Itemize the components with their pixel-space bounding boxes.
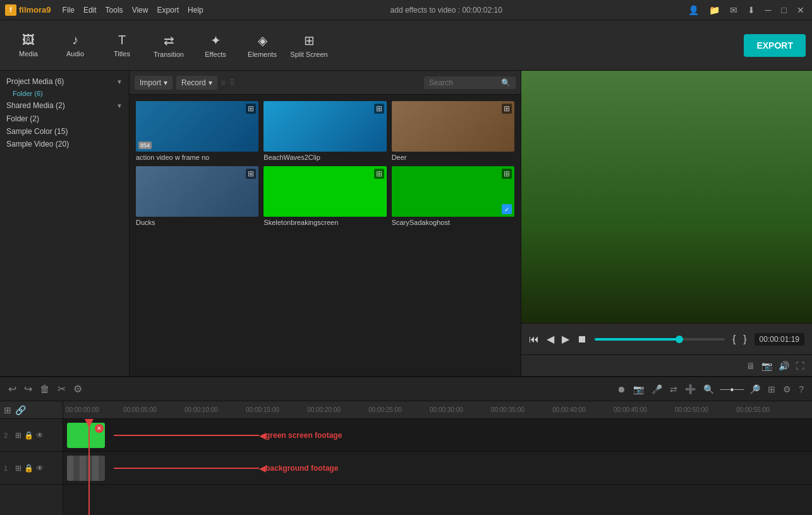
camera-icon[interactable]: 📷 <box>761 361 772 371</box>
track-eye-icon-1[interactable]: 👁 <box>36 464 44 473</box>
mail-icon[interactable]: ✉ <box>727 4 740 16</box>
delete-button[interactable]: 🗑 <box>38 382 52 397</box>
track-grid-icon-1: ⊞ <box>15 464 21 473</box>
green-screen-label: green screen footage <box>265 431 342 440</box>
fullscreen-icon[interactable]: ⛶ <box>796 361 804 371</box>
ruler-20: 00:00:20:00 <box>307 406 341 413</box>
transition-tl-icon[interactable]: ⇄ <box>668 382 679 396</box>
toolbar-media[interactable]: 🖼 Media <box>6 23 51 68</box>
titlebar-controls: 👤 📁 ✉ ⬇ ─ □ ✕ <box>686 4 807 16</box>
voice-icon[interactable]: 🎤 <box>650 382 664 396</box>
add-track-icon[interactable]: ⊞ <box>766 382 777 396</box>
folder-icon[interactable]: 📁 <box>706 4 722 16</box>
track-num-1: 1 <box>4 464 13 472</box>
settings-icon[interactable]: ⚙ <box>781 382 793 396</box>
sidebar-item-project-media[interactable]: Project Media (6) ▼ <box>0 75 129 88</box>
search-input[interactable] <box>429 78 499 87</box>
toolbar-titles-label: Titles <box>114 50 130 58</box>
grid-toggle-icon-deer: ⊞ <box>502 104 512 114</box>
toolbar-elements[interactable]: ◈ Elements <box>240 23 284 68</box>
import-button[interactable]: Import ▾ <box>135 76 173 90</box>
snap-icon[interactable]: ⊞ <box>4 405 11 415</box>
background-clip[interactable] <box>67 456 105 481</box>
toolbar-titles[interactable]: T Titles <box>100 23 144 68</box>
green-screen-clip[interactable]: ✕ <box>67 423 105 448</box>
grid-icon[interactable]: ⠿ <box>229 78 235 87</box>
link-icon[interactable]: 🔗 <box>15 405 26 415</box>
screen-icon[interactable]: 🖥 <box>746 361 755 371</box>
download-icon[interactable]: ⬇ <box>745 4 758 16</box>
menu-export[interactable]: Export <box>153 4 183 16</box>
record-icon[interactable]: ⏺ <box>615 382 627 396</box>
menu-file[interactable]: File <box>59 4 78 16</box>
track-lock-icon-1[interactable]: 🔒 <box>24 464 33 473</box>
progress-thumb[interactable] <box>676 336 683 343</box>
ruler-15: 00:00:15:00 <box>246 406 279 413</box>
sidebar-item-shared-media[interactable]: Shared Media (2) ▼ <box>0 99 129 112</box>
media-thumb-deer-img: ⊞ <box>392 101 514 152</box>
help-tl-icon[interactable]: ? <box>797 382 806 396</box>
zoom-out-icon[interactable]: 🔍 <box>701 382 716 396</box>
minimize-btn[interactable]: ─ <box>763 4 774 16</box>
app-logo: f filmora9 <box>5 4 51 16</box>
menu-view[interactable]: View <box>128 4 152 16</box>
ruler-55: 00:00:55:00 <box>736 406 770 413</box>
ruler-10: 00:00:10:00 <box>185 406 218 413</box>
media-thumb-ducks-img: ⊞ <box>136 166 258 217</box>
ruler-35: 00:00:35:00 <box>491 406 524 413</box>
step-back-button[interactable]: ◀ <box>547 333 554 345</box>
media-thumb-scary-label: ScarySadakoghost <box>392 219 514 226</box>
media-thumb-scary[interactable]: ⊞ ✓ ScarySadakoghost <box>392 166 514 226</box>
media-thumb-ducks[interactable]: ⊞ Ducks <box>136 166 258 226</box>
track-eye-icon-2[interactable]: 👁 <box>36 431 44 440</box>
progress-bar[interactable] <box>595 338 725 341</box>
volume-icon[interactable]: 🔊 <box>779 361 789 371</box>
snapshot-icon[interactable]: 📷 <box>631 382 646 396</box>
grid-toggle-icon-ducks: ⊞ <box>246 169 256 179</box>
redo-button[interactable]: ↪ <box>22 381 34 397</box>
filter-icon[interactable]: ≡ <box>221 78 226 87</box>
playhead[interactable] <box>88 419 90 515</box>
export-button[interactable]: EXPORT <box>744 34 806 57</box>
menu-help[interactable]: Help <box>184 4 207 16</box>
preview-video <box>521 71 812 323</box>
preview-video-bg <box>521 71 812 323</box>
clip-remove-icon[interactable]: ✕ <box>95 424 104 433</box>
record-label: Record <box>181 78 206 87</box>
toolbar-transition[interactable]: ⇄ Transition <box>147 23 191 68</box>
cut-button[interactable]: ✂ <box>56 381 68 397</box>
toolbar: 🖼 Media ♪ Audio T Titles ⇄ Transition ✦ … <box>0 20 812 71</box>
media-thumb-action[interactable]: ⊞ 854 action video w frame no <box>136 101 258 161</box>
menu-edit[interactable]: Edit <box>80 4 100 16</box>
import-arrow-icon: ▾ <box>164 78 167 87</box>
sidebar-item-sample-color[interactable]: Sample Color (15) <box>0 125 129 138</box>
sidebar-item-sample-video[interactable]: Sample Video (20) <box>0 138 129 150</box>
toolbar-effects[interactable]: ✦ Effects <box>193 23 238 68</box>
adjust-button[interactable]: ⚙ <box>71 381 84 397</box>
user-icon[interactable]: 👤 <box>686 4 701 16</box>
media-thumb-deer[interactable]: ⊞ Deer <box>392 101 514 161</box>
sidebar-item-folder-2[interactable]: Folder (2) <box>0 112 129 125</box>
main-area: Project Media (6) ▼ Folder (6) Shared Me… <box>0 71 812 376</box>
menu-tools[interactable]: Tools <box>102 4 127 16</box>
close-btn[interactable]: ✕ <box>794 4 807 16</box>
sidebar-item-folder-6[interactable]: Folder (6) <box>0 88 129 99</box>
zoom-display: ──●── <box>720 385 744 393</box>
track-label-1: 1 ⊞ 🔒 👁 <box>0 452 63 485</box>
media-thumb-beach[interactable]: ⊞ BeachWaves2Clip <box>264 101 386 161</box>
maximize-btn[interactable]: □ <box>779 4 789 16</box>
toolbar-audio[interactable]: ♪ Audio <box>53 23 97 68</box>
stop-button[interactable]: ⏹ <box>577 334 587 345</box>
preview-controls: ⏮ ◀ ▶ ⏹ { } 00:00:01:19 <box>521 323 812 354</box>
toolbar-split-screen[interactable]: ⊞ Split Screen <box>287 23 331 68</box>
add-clip-icon[interactable]: ➕ <box>683 382 698 396</box>
play-button[interactable]: ▶ <box>562 333 569 345</box>
record-button[interactable]: Record ▾ <box>176 76 217 90</box>
skip-back-button[interactable]: ⏮ <box>529 334 539 345</box>
zoom-in-icon[interactable]: 🔎 <box>748 382 762 396</box>
media-thumb-scary-img: ⊞ ✓ <box>392 166 514 217</box>
undo-button[interactable]: ↩ <box>6 381 18 397</box>
timeline-ruler: 00:00:00:00 00:00:05:00 00:00:10:00 00:0… <box>63 401 812 419</box>
media-thumb-skeleton[interactable]: ⊞ Skeletonbreakingscreen <box>264 166 386 226</box>
track-lock-icon-2[interactable]: 🔒 <box>24 431 33 440</box>
